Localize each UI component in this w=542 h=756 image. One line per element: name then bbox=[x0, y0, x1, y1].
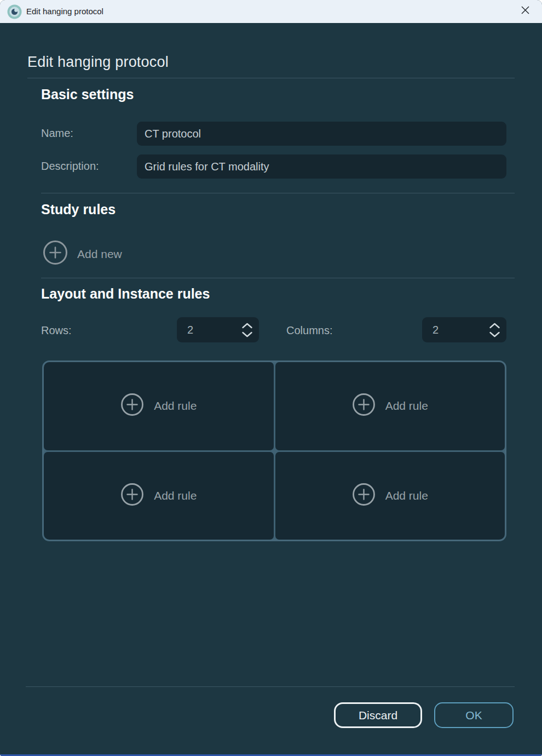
plus-icon bbox=[352, 393, 376, 419]
rows-decrement-button[interactable] bbox=[241, 331, 253, 337]
columns-increment-button[interactable] bbox=[489, 323, 500, 329]
description-label: Description: bbox=[41, 160, 99, 173]
add-rule-label: Add rule bbox=[385, 489, 428, 502]
rows-spinner[interactable]: 2 bbox=[177, 317, 259, 342]
name-input[interactable] bbox=[137, 122, 506, 146]
divider bbox=[41, 193, 515, 193]
section-title-layout-rules: Layout and Instance rules bbox=[41, 286, 210, 302]
add-rule-cell-1[interactable]: Add rule bbox=[44, 362, 274, 450]
layout-grid: Add rule Add rule Add rule bbox=[42, 360, 506, 541]
window-title: Edit hanging protocol bbox=[26, 0, 103, 23]
plus-icon bbox=[120, 393, 144, 419]
columns-decrement-button[interactable] bbox=[489, 331, 500, 337]
close-icon bbox=[521, 6, 529, 16]
chevron-down-icon bbox=[241, 331, 253, 339]
add-rule-label: Add rule bbox=[385, 399, 428, 413]
chevron-up-icon bbox=[241, 322, 253, 330]
plus-icon bbox=[120, 483, 144, 509]
dialog-heading: Edit hanging protocol bbox=[27, 54, 169, 71]
add-rule-label: Add rule bbox=[154, 489, 197, 502]
rows-value: 2 bbox=[187, 324, 241, 336]
chevron-down-icon bbox=[489, 331, 500, 339]
rows-increment-button[interactable] bbox=[241, 323, 253, 329]
divider bbox=[27, 78, 515, 78]
add-rule-label: Add rule bbox=[154, 399, 197, 413]
description-input[interactable] bbox=[137, 154, 506, 179]
close-button[interactable] bbox=[512, 0, 538, 22]
columns-spinner[interactable]: 2 bbox=[422, 317, 506, 342]
add-rule-cell-2[interactable]: Add rule bbox=[275, 362, 505, 450]
edit-hanging-protocol-dialog: Edit hanging protocol Edit hanging proto… bbox=[0, 0, 542, 756]
window-titlebar[interactable]: Edit hanging protocol bbox=[0, 0, 542, 23]
add-new-label: Add new bbox=[77, 248, 122, 261]
plus-icon bbox=[43, 240, 68, 268]
name-label: Name: bbox=[41, 127, 73, 140]
ok-button[interactable]: OK bbox=[434, 702, 514, 728]
columns-label: Columns: bbox=[286, 324, 332, 337]
section-title-study-rules: Study rules bbox=[41, 202, 116, 217]
rows-label: Rows: bbox=[41, 324, 72, 337]
app-logo-icon bbox=[7, 4, 22, 19]
discard-button[interactable]: Discard bbox=[334, 702, 422, 728]
add-new-button[interactable]: Add new bbox=[43, 240, 122, 268]
divider bbox=[41, 278, 515, 278]
plus-icon bbox=[352, 483, 376, 509]
columns-value: 2 bbox=[433, 324, 489, 336]
chevron-up-icon bbox=[489, 322, 500, 330]
divider bbox=[26, 686, 515, 687]
section-title-basic-settings: Basic settings bbox=[41, 87, 134, 102]
add-rule-cell-4[interactable]: Add rule bbox=[275, 452, 505, 540]
add-rule-cell-3[interactable]: Add rule bbox=[44, 452, 274, 540]
